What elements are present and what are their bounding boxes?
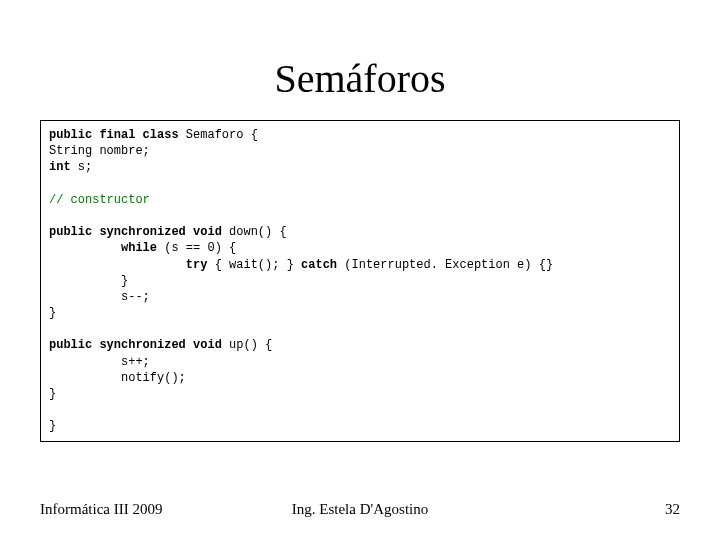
code-kw: public synchronized void [49, 338, 222, 352]
code-text: { wait(); } [207, 258, 301, 272]
footer-center: Ing. Estela D'Agostino [40, 501, 680, 518]
code-kw: int [49, 160, 71, 174]
code-comment: // constructor [49, 193, 150, 207]
code-text: } [49, 274, 128, 288]
code-kw: public synchronized void [49, 225, 222, 239]
code-kw: catch [301, 258, 337, 272]
code-text: (Interrupted. Exception e) {} [337, 258, 553, 272]
code-kw: public final class [49, 128, 179, 142]
code-text: } [49, 387, 56, 401]
code-text: } [49, 419, 56, 433]
code-text: Semaforo { [179, 128, 258, 142]
code-text: up() { [222, 338, 272, 352]
code-text: notify(); [49, 371, 186, 385]
code-text: down() { [222, 225, 287, 239]
code-kw: while [49, 241, 157, 255]
slide: Semáforos public final class Semaforo { … [0, 0, 720, 540]
code-box: public final class Semaforo { String nom… [40, 120, 680, 442]
footer: Ing. Estela D'Agostino Informática III 2… [40, 501, 680, 518]
code-text: s; [71, 160, 93, 174]
code-text: } [49, 306, 56, 320]
code-kw: try [49, 258, 207, 272]
code-text: s++; [49, 355, 150, 369]
code-text: String nombre; [49, 144, 150, 158]
code-text: s--; [49, 290, 150, 304]
code-text: (s == 0) { [157, 241, 236, 255]
slide-title: Semáforos [40, 55, 680, 102]
